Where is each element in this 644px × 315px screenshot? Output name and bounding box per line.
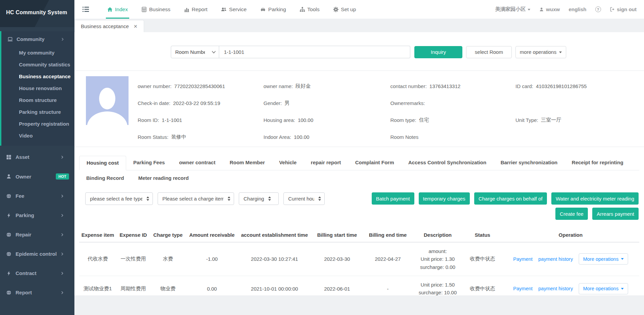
batch-payment-button[interactable]: Batch payment bbox=[372, 192, 414, 205]
tab-parking-fees[interactable]: Parking Fees bbox=[126, 156, 172, 170]
payment-link[interactable]: Payment bbox=[513, 286, 532, 291]
create-fee-button[interactable]: Create fee bbox=[555, 208, 588, 220]
sidebar-item-label: Parking bbox=[16, 212, 34, 218]
sidebar-item-house-renovation[interactable]: House renovation bbox=[1, 82, 74, 94]
tab-room-member[interactable]: Room Member bbox=[223, 156, 272, 170]
tab-housing-cost[interactable]: Housing cost bbox=[79, 156, 126, 170]
community-selector-label: 美满家园小区 bbox=[495, 6, 526, 13]
tab-meter-reading-record[interactable]: Meter reading record bbox=[131, 171, 196, 185]
sign-out-button[interactable]: sign out bbox=[610, 6, 637, 12]
help-icon[interactable]: ? bbox=[595, 6, 601, 12]
sidebar-item-owner[interactable]: Owner HOT bbox=[0, 168, 74, 185]
sidebar-item-community[interactable]: Community bbox=[1, 31, 74, 47]
sidebar-item-parking[interactable]: Parking bbox=[0, 207, 74, 223]
globe-icon bbox=[6, 290, 12, 295]
charging-status-select[interactable]: Charging bbox=[239, 192, 279, 205]
room-number-input[interactable] bbox=[219, 46, 410, 58]
sidebar-item-asset[interactable]: Asset bbox=[0, 149, 74, 165]
sidebar-item-property-registration[interactable]: Property registration bbox=[1, 118, 74, 130]
chevron-down-icon bbox=[212, 51, 216, 54]
tab-receipt-reprinting[interactable]: Receipt for reprinting bbox=[565, 156, 630, 170]
payment-link[interactable]: Payment bbox=[513, 256, 532, 262]
inquiry-button[interactable]: Inquiry bbox=[414, 46, 462, 58]
sidebar-item-my-community[interactable]: My community bbox=[1, 47, 74, 59]
sidebar-item-video[interactable]: Video bbox=[1, 130, 74, 142]
tab-repair-report[interactable]: repair report bbox=[304, 156, 348, 170]
tab-tools[interactable]: Tools bbox=[300, 0, 320, 19]
charge-on-behalf-button[interactable]: Charge charges on behalf of bbox=[474, 192, 547, 205]
bolt-icon bbox=[6, 213, 12, 218]
row-more-operations-button[interactable]: More operations bbox=[579, 253, 628, 265]
status-badge: 收费中状态 bbox=[463, 276, 502, 295]
users-icon bbox=[221, 7, 227, 12]
chevron-right-icon bbox=[60, 194, 65, 198]
avatar-silhouette-head bbox=[99, 88, 115, 109]
sidebar-item-community-statistics[interactable]: Community statistics bbox=[1, 59, 74, 70]
help-glyph: ? bbox=[597, 7, 599, 12]
globe-icon bbox=[6, 251, 12, 257]
user-menu[interactable]: wuxw bbox=[539, 6, 560, 12]
top-nav: Index Business Report Service Parking To… bbox=[107, 0, 356, 19]
community-selector[interactable]: 美满家园小区 bbox=[495, 6, 530, 13]
tab-binding-record[interactable]: Binding Record bbox=[79, 171, 131, 185]
sidebar-item-epidemic-control[interactable]: Epidemic control bbox=[0, 246, 74, 262]
sidebar-item-label: Contract bbox=[16, 270, 37, 276]
select-arrows-icon bbox=[268, 195, 271, 202]
sidebar-item-parking-structure[interactable]: Parking structure bbox=[1, 106, 74, 118]
sidebar-item-repair[interactable]: Repair bbox=[0, 226, 74, 243]
field-id-card: ID card:410326198101286755 bbox=[515, 78, 644, 94]
sidebar-item-fee[interactable]: Fee bbox=[0, 188, 74, 204]
menu-toggle-icon[interactable] bbox=[83, 7, 89, 12]
charge-item-select[interactable]: Please select a charge item bbox=[158, 192, 234, 205]
field-room-type: Room type:住宅 bbox=[390, 111, 515, 128]
tab-business[interactable]: Business bbox=[141, 0, 170, 19]
language-label: english bbox=[569, 6, 586, 12]
language-switcher[interactable]: english bbox=[569, 6, 586, 12]
table-row: 测试物业费1 周期性费用 物业费 0.00 2021-10-01 00:00:0… bbox=[79, 276, 639, 295]
fee-actions: Batch payment temporary charges Charge c… bbox=[372, 192, 639, 220]
tab-owner-contract[interactable]: owner contract bbox=[172, 156, 223, 170]
search-type-select[interactable]: Room Number bbox=[171, 46, 219, 58]
more-operations-button[interactable]: more operations bbox=[515, 46, 566, 58]
caret-down-icon bbox=[621, 288, 624, 291]
tab-barrier-sync[interactable]: Barrier synchronization bbox=[493, 156, 565, 170]
current-house-select[interactable]: Current house bbox=[283, 192, 325, 205]
sidebar-item-report[interactable]: Report bbox=[0, 284, 74, 300]
grid-icon bbox=[6, 154, 12, 160]
tab-index[interactable]: Index bbox=[107, 0, 128, 19]
tab-service[interactable]: Service bbox=[221, 0, 247, 19]
tab-vehicle[interactable]: Vehicle bbox=[272, 156, 304, 170]
sidebar-item-business-acceptance[interactable]: Business acceptance bbox=[1, 70, 74, 82]
tab-label: Business bbox=[149, 6, 170, 13]
laptop-icon bbox=[7, 37, 13, 42]
sidebar-item-room-structure[interactable]: Room structure bbox=[1, 94, 74, 106]
tab-parking[interactable]: Parking bbox=[260, 0, 286, 19]
select-room-button[interactable]: select Room bbox=[466, 46, 512, 58]
sitemap-icon bbox=[300, 7, 305, 12]
payment-history-link[interactable]: payment history bbox=[538, 286, 573, 291]
close-icon[interactable]: ✕ bbox=[134, 24, 138, 29]
chevron-right-icon bbox=[60, 252, 65, 256]
top-right: 美满家园小区 wuxw english ? sign out bbox=[495, 0, 637, 19]
tab-report[interactable]: Report bbox=[184, 0, 208, 19]
arrears-payment-button[interactable]: Arrears payment bbox=[592, 208, 639, 220]
fee-type-select[interactable]: please select a fee type bbox=[85, 192, 153, 205]
tab-access-control-sync[interactable]: Access Control Synchronization bbox=[401, 156, 493, 170]
chevron-right-icon bbox=[60, 271, 65, 275]
meter-reading-button[interactable]: Water and electricity meter reading bbox=[551, 192, 639, 205]
temporary-charges-button[interactable]: temporary charges bbox=[419, 192, 470, 205]
caret-down-icon bbox=[559, 51, 562, 55]
sidebar-group-community: Community My community Community statist… bbox=[0, 31, 74, 146]
open-tab-business-acceptance[interactable]: Business acceptance ✕ bbox=[74, 20, 144, 32]
more-operations-label: more operations bbox=[520, 49, 556, 55]
tab-complaint-form[interactable]: Complaint Form bbox=[348, 156, 401, 170]
payment-history-link[interactable]: payment history bbox=[538, 256, 573, 262]
row-more-operations-button[interactable]: More operations bbox=[579, 283, 628, 294]
sidebar-item-label: Asset bbox=[16, 154, 29, 160]
tab-setup[interactable]: Set up bbox=[333, 0, 356, 19]
sidebar-item-contract[interactable]: Contract bbox=[0, 265, 74, 281]
operation-cell: Payment payment history More operations bbox=[503, 283, 638, 294]
sidebar-item-label: Epidemic control bbox=[16, 251, 57, 257]
fee-table: Expense item Expense ID Charge type Amou… bbox=[79, 229, 639, 295]
chevron-right-icon bbox=[60, 291, 65, 295]
